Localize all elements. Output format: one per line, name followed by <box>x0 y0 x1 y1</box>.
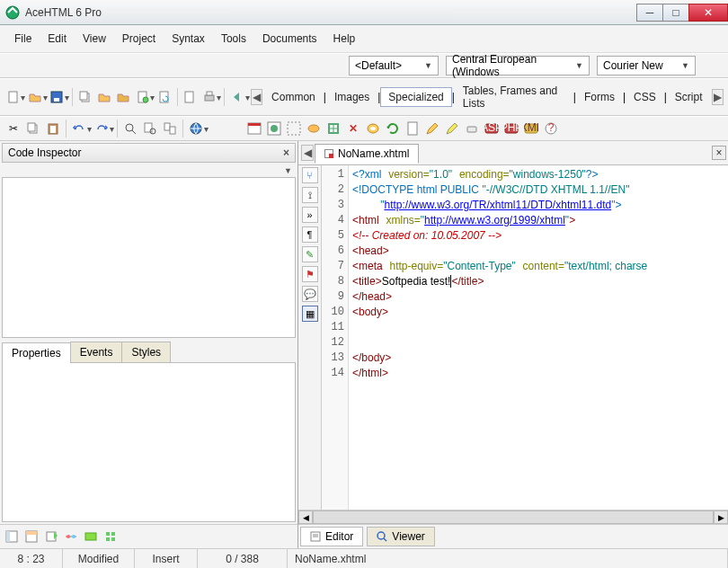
doctab-scroll-left[interactable]: ◀ <box>301 145 314 161</box>
document-tab[interactable]: NoName.xhtml <box>315 144 419 164</box>
code-inspector-title: Code Inspector <box>8 146 81 159</box>
panel-btn-4[interactable] <box>62 528 80 546</box>
inspector-tab-styles[interactable]: Styles <box>121 342 171 362</box>
browser-icon[interactable] <box>187 120 205 138</box>
menu-syntax[interactable]: Syntax <box>164 29 212 49</box>
marquee-icon[interactable] <box>285 120 303 138</box>
new-file-icon[interactable] <box>4 88 22 106</box>
svg-rect-27 <box>288 122 300 135</box>
php-icon[interactable]: PHP <box>502 120 520 138</box>
eraser-icon[interactable] <box>463 120 481 138</box>
help-icon[interactable]: ? <box>542 120 560 138</box>
maximize-button[interactable]: □ <box>662 4 689 22</box>
folder-icon[interactable] <box>95 88 112 106</box>
object-icon[interactable] <box>305 120 323 138</box>
toolbar-tab-script[interactable]: Script <box>667 87 711 107</box>
toolbar-tab-tables-frames-and-lists[interactable]: Tables, Frames and Lists <box>455 81 573 113</box>
status-count: 0 / 388 <box>198 549 288 568</box>
toolbar-tab-specialized[interactable]: Specialized <box>380 87 451 107</box>
panel-btn-3[interactable] <box>42 528 60 546</box>
horizontal-scrollbar[interactable]: ◀ ▶ <box>298 510 728 524</box>
xml-icon[interactable]: XML <box>522 120 540 138</box>
arrow-left-icon[interactable] <box>228 88 245 106</box>
open-folder-icon[interactable] <box>26 88 43 106</box>
cut-icon[interactable]: ✂ <box>4 120 22 138</box>
inspector-tab-events[interactable]: Events <box>70 342 123 362</box>
document-tab-close[interactable]: × <box>712 146 726 160</box>
copy-icon[interactable] <box>76 88 93 106</box>
tabs-scroll-right[interactable]: ▶ <box>712 89 724 105</box>
scroll-right-arrow[interactable]: ▶ <box>714 510 728 524</box>
folder-open-icon[interactable] <box>115 88 132 106</box>
undo-icon[interactable] <box>70 120 88 138</box>
delete-icon[interactable]: ✕ <box>344 120 362 138</box>
panel-btn-1[interactable] <box>3 528 21 546</box>
ruler-icon[interactable]: ⟟ <box>302 187 318 203</box>
editor-pane: ◀ NoName.xhtml × ⑂ ⟟ » ¶ ✎ ⚑ 💬 ▦ 1234567… <box>298 141 728 548</box>
svg-rect-34 <box>408 122 417 135</box>
encoding-combo[interactable]: Central European (Windows▼ <box>446 56 590 75</box>
page-icon[interactable] <box>134 88 151 106</box>
replace-icon[interactable] <box>161 120 179 138</box>
close-button[interactable]: ✕ <box>688 4 728 22</box>
copy2-icon[interactable] <box>24 120 42 138</box>
toolbar-tab-css[interactable]: CSS <box>626 87 664 107</box>
page-reload-icon[interactable] <box>155 88 173 106</box>
scroll-left-arrow[interactable]: ◀ <box>298 510 313 524</box>
paste-icon[interactable] <box>44 120 62 138</box>
embed-icon[interactable] <box>324 120 342 138</box>
menu-view[interactable]: View <box>75 29 113 49</box>
toolbar-tab-forms[interactable]: Forms <box>576 87 623 107</box>
svg-text:ASP: ASP <box>484 121 499 134</box>
toolbar-tab-common[interactable]: Common <box>263 87 324 107</box>
redo-icon[interactable] <box>93 120 111 138</box>
code-editor[interactable]: <?xml version="1.0" encoding="windows-12… <box>349 165 728 510</box>
doc-icon[interactable] <box>404 120 422 138</box>
app-script-icon[interactable] <box>265 120 283 138</box>
highlight-icon[interactable] <box>443 120 461 138</box>
code-inspector-close[interactable]: × <box>283 146 289 159</box>
pencil2-icon[interactable]: ✎ <box>302 246 318 262</box>
pilcrow-icon[interactable]: ¶ <box>302 226 318 243</box>
menu-edit[interactable]: Edit <box>40 29 74 49</box>
svg-rect-54 <box>106 537 110 541</box>
svg-rect-15 <box>50 126 56 133</box>
panel-btn-5[interactable] <box>82 528 100 546</box>
document-icon[interactable] <box>182 88 199 106</box>
panel-btn-6[interactable] <box>102 528 120 546</box>
view-tab-editor[interactable]: Editor <box>300 527 363 546</box>
toolbar-tab-images[interactable]: Images <box>326 87 377 107</box>
ring-icon[interactable] <box>364 120 382 138</box>
menu-file[interactable]: File <box>7 29 39 49</box>
menu-tools[interactable]: Tools <box>214 29 253 49</box>
view-tab-editor-label: Editor <box>325 530 353 543</box>
refresh-icon[interactable] <box>384 120 402 138</box>
fork-icon[interactable]: ⑂ <box>302 167 318 183</box>
menu-help[interactable]: Help <box>326 29 363 49</box>
chevron-right-icon[interactable]: » <box>302 207 318 223</box>
menu-documents[interactable]: Documents <box>255 29 324 49</box>
pencil-icon[interactable] <box>423 120 441 138</box>
inspector-tab-properties[interactable]: Properties <box>2 342 71 363</box>
print-icon[interactable] <box>200 88 218 106</box>
scroll-thumb[interactable] <box>313 510 714 524</box>
svg-point-50 <box>72 535 75 538</box>
minimize-button[interactable]: ─ <box>636 4 663 22</box>
profile-combo-value: <Default> <box>355 59 402 72</box>
chat-icon[interactable]: 💬 <box>302 286 318 302</box>
menu-project[interactable]: Project <box>115 29 163 49</box>
inspector-dropdown[interactable]: ▼ <box>284 166 292 175</box>
grid-icon[interactable]: ▦ <box>302 306 318 322</box>
date-icon[interactable] <box>245 120 263 138</box>
font-combo[interactable]: Courier New▼ <box>597 56 696 75</box>
flag-icon[interactable]: ⚑ <box>302 266 318 282</box>
svg-text:?: ? <box>548 121 555 134</box>
save-icon[interactable] <box>49 88 66 106</box>
find-text-icon[interactable] <box>141 120 159 138</box>
panel-btn-2[interactable] <box>22 528 40 546</box>
profile-combo[interactable]: <Default>▼ <box>349 56 439 75</box>
find-icon[interactable] <box>121 120 139 138</box>
asp-icon[interactable]: ASP <box>483 120 501 138</box>
view-tab-viewer[interactable]: Viewer <box>367 527 434 546</box>
tabs-scroll-left[interactable]: ◀ <box>251 89 263 105</box>
